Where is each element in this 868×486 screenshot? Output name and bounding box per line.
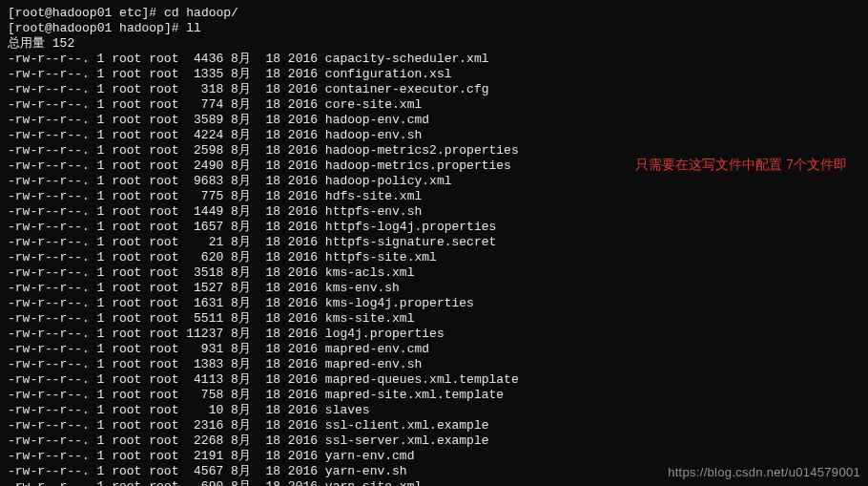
file-name: mapred-site.xml.template xyxy=(325,388,504,402)
file-listing: -rw-r--r--. 1 root root 4436 8月 18 2016 … xyxy=(8,52,860,486)
file-meta: -rw-r--r--. 1 root root 2191 8月 18 2016 xyxy=(8,449,325,463)
file-row: -rw-r--r--. 1 root root 4113 8月 18 2016 … xyxy=(8,372,860,388)
file-meta: -rw-r--r--. 1 root root 3518 8月 18 2016 xyxy=(8,265,325,280)
file-name: httpfs-site.xml xyxy=(325,250,437,264)
prompt-host: hadoop01 xyxy=(52,6,112,20)
file-meta: -rw-r--r--. 1 root root 1449 8月 18 2016 xyxy=(8,204,325,219)
total-line: 总用量 152 xyxy=(8,36,860,52)
prompt-path: hadoop xyxy=(119,21,164,35)
file-meta: -rw-r--r--. 1 root root 931 8月 18 2016 xyxy=(8,342,325,356)
file-meta: -rw-r--r--. 1 root root 774 8月 18 2016 xyxy=(8,97,325,112)
file-row: -rw-r--r--. 1 root root 2268 8月 18 2016 … xyxy=(8,433,860,449)
file-row: -rw-r--r--. 1 root root 758 8月 18 2016 m… xyxy=(8,388,860,403)
prompt-user: root xyxy=(15,21,45,35)
file-name: kms-acls.xml xyxy=(325,265,415,280)
file-row: -rw-r--r--. 1 root root 3589 8月 18 2016 … xyxy=(8,113,860,128)
file-name: hdfs-site.xml xyxy=(325,189,422,203)
file-row: -rw-r--r--. 1 root root 9683 8月 18 2016 … xyxy=(8,174,860,189)
file-name: ssl-server.xml.example xyxy=(325,433,489,448)
file-meta: -rw-r--r--. 1 root root 11237 8月 18 2016 xyxy=(8,327,325,341)
file-name: httpfs-env.sh xyxy=(325,204,422,219)
file-row: -rw-r--r--. 1 root root 11237 8月 18 2016… xyxy=(8,327,860,342)
file-row: -rw-r--r--. 1 root root 2316 8月 18 2016 … xyxy=(8,418,860,433)
command-text: cd hadoop/ xyxy=(164,6,238,20)
file-meta: -rw-r--r--. 1 root root 2598 8月 18 2016 xyxy=(8,143,325,158)
file-meta: -rw-r--r--. 1 root root 775 8月 18 2016 xyxy=(8,189,325,203)
file-name: ssl-client.xml.example xyxy=(325,418,489,433)
file-meta: -rw-r--r--. 1 root root 690 8月 18 2016 xyxy=(8,479,325,486)
file-row: -rw-r--r--. 1 root root 2191 8月 18 2016 … xyxy=(8,449,860,464)
file-row: -rw-r--r--. 1 root root 1527 8月 18 2016 … xyxy=(8,281,860,296)
file-row: -rw-r--r--. 1 root root 1383 8月 18 2016 … xyxy=(8,357,860,372)
file-name: capacity-scheduler.xml xyxy=(325,52,489,66)
file-name: mapred-env.sh xyxy=(325,357,422,371)
file-meta: -rw-r--r--. 1 root root 9683 8月 18 2016 xyxy=(8,174,325,188)
file-name: hadoop-env.cmd xyxy=(325,113,429,127)
file-name: hadoop-env.sh xyxy=(325,128,422,142)
file-name: yarn-env.sh xyxy=(325,464,407,478)
file-meta: -rw-r--r--. 1 root root 3589 8月 18 2016 xyxy=(8,113,325,127)
file-name: mapred-queues.xml.template xyxy=(325,372,519,387)
file-row: -rw-r--r--. 1 root root 774 8月 18 2016 c… xyxy=(8,97,860,113)
prompt-line-1: [root@hadoop01 etc]# cd hadoop/ xyxy=(8,6,860,21)
file-row: -rw-r--r--. 1 root root 3518 8月 18 2016 … xyxy=(8,265,860,281)
file-row: -rw-r--r--. 1 root root 10 8月 18 2016 sl… xyxy=(8,403,860,418)
file-row: -rw-r--r--. 1 root root 1631 8月 18 2016 … xyxy=(8,296,860,311)
file-meta: -rw-r--r--. 1 root root 2316 8月 18 2016 xyxy=(8,418,325,433)
file-row: -rw-r--r--. 1 root root 4224 8月 18 2016 … xyxy=(8,128,860,143)
file-row: -rw-r--r--. 1 root root 21 8月 18 2016 ht… xyxy=(8,235,860,250)
file-row: -rw-r--r--. 1 root root 775 8月 18 2016 h… xyxy=(8,189,860,204)
file-meta: -rw-r--r--. 1 root root 10 8月 18 2016 xyxy=(8,403,325,417)
file-name: core-site.xml xyxy=(325,97,422,112)
file-name: kms-log4j.properties xyxy=(325,296,474,310)
file-meta: -rw-r--r--. 1 root root 1527 8月 18 2016 xyxy=(8,281,325,295)
file-meta: -rw-r--r--. 1 root root 4567 8月 18 2016 xyxy=(8,464,325,478)
prompt-user: root xyxy=(15,6,45,20)
file-meta: -rw-r--r--. 1 root root 1631 8月 18 2016 xyxy=(8,296,325,310)
file-meta: -rw-r--r--. 1 root root 2490 8月 18 2016 xyxy=(8,158,325,173)
file-meta: -rw-r--r--. 1 root root 620 8月 18 2016 xyxy=(8,250,325,264)
file-meta: -rw-r--r--. 1 root root 758 8月 18 2016 xyxy=(8,388,325,402)
file-name: kms-site.xml xyxy=(325,311,415,326)
file-meta: -rw-r--r--. 1 root root 1335 8月 18 2016 xyxy=(8,67,325,81)
file-name: log4j.properties xyxy=(325,327,444,341)
file-row: -rw-r--r--. 1 root root 4436 8月 18 2016 … xyxy=(8,52,860,67)
file-name: yarn-env.cmd xyxy=(325,449,415,463)
file-row: -rw-r--r--. 1 root root 318 8月 18 2016 c… xyxy=(8,82,860,97)
file-meta: -rw-r--r--. 1 root root 4113 8月 18 2016 xyxy=(8,372,325,387)
annotation-text: 只需要在这写文件中配置 7个文件即 xyxy=(635,157,847,172)
file-row: -rw-r--r--. 1 root root 1449 8月 18 2016 … xyxy=(8,204,860,220)
file-row: -rw-r--r--. 1 root root 1657 8月 18 2016 … xyxy=(8,220,860,235)
file-name: hadoop-metrics.properties xyxy=(325,158,511,173)
file-meta: -rw-r--r--. 1 root root 318 8月 18 2016 xyxy=(8,82,325,96)
file-meta: -rw-r--r--. 1 root root 21 8月 18 2016 xyxy=(8,235,325,249)
file-row: -rw-r--r--. 1 root root 5511 8月 18 2016 … xyxy=(8,311,860,327)
file-name: httpfs-log4j.properties xyxy=(325,220,496,234)
file-row: -rw-r--r--. 1 root root 931 8月 18 2016 m… xyxy=(8,342,860,357)
file-name: container-executor.cfg xyxy=(325,82,489,96)
file-name: slaves xyxy=(325,403,370,417)
file-meta: -rw-r--r--. 1 root root 5511 8月 18 2016 xyxy=(8,311,325,326)
file-name: httpfs-signature.secret xyxy=(325,235,496,249)
file-meta: -rw-r--r--. 1 root root 4224 8月 18 2016 xyxy=(8,128,325,142)
file-meta: -rw-r--r--. 1 root root 2268 8月 18 2016 xyxy=(8,433,325,448)
file-name: yarn-site.xml xyxy=(325,479,422,486)
prompt-host: hadoop01 xyxy=(52,21,112,35)
file-row: -rw-r--r--. 1 root root 1335 8月 18 2016 … xyxy=(8,67,860,82)
file-row: -rw-r--r--. 1 root root 620 8月 18 2016 h… xyxy=(8,250,860,265)
file-row: -rw-r--r--. 1 root root 690 8月 18 2016 y… xyxy=(8,479,860,486)
file-meta: -rw-r--r--. 1 root root 1657 8月 18 2016 xyxy=(8,220,325,234)
file-name: hadoop-policy.xml xyxy=(325,174,452,188)
file-meta: -rw-r--r--. 1 root root 4436 8月 18 2016 xyxy=(8,52,325,66)
file-name: configuration.xsl xyxy=(325,67,452,81)
prompt-path: etc xyxy=(119,6,141,20)
prompt-line-2: [root@hadoop01 hadoop]# ll xyxy=(8,21,860,36)
watermark-text: https://blog.csdn.net/u014579001 xyxy=(668,465,860,480)
file-name: mapred-env.cmd xyxy=(325,342,429,356)
file-meta: -rw-r--r--. 1 root root 1383 8月 18 2016 xyxy=(8,357,325,371)
file-name: kms-env.sh xyxy=(325,281,400,295)
file-name: hadoop-metrics2.properties xyxy=(325,143,519,158)
command-text: ll xyxy=(186,21,201,35)
